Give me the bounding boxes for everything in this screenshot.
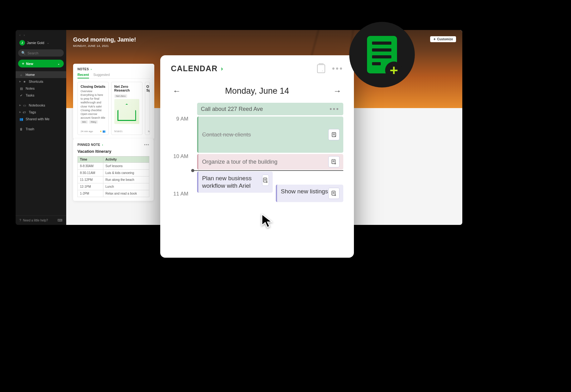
document-icon: + xyxy=(367,36,397,73)
search-icon: 🔍 xyxy=(21,51,26,55)
note-card[interactable]: Closing Details Overview Everything is h… xyxy=(77,82,109,135)
note-card[interactable]: Net Zero Research Net Zero 5/18/21 xyxy=(111,82,142,135)
nav-trash[interactable]: 🗑 Trash xyxy=(16,126,66,132)
calendar-events: Call about 227 Reed Ave ••• Contact new … xyxy=(193,103,343,258)
table-row: 1-2PMRelax and read a book xyxy=(78,190,149,197)
cell: Lunch xyxy=(103,183,149,190)
table-header: Time xyxy=(78,156,103,163)
create-note-badge[interactable]: + xyxy=(349,22,415,87)
note-thumbnail xyxy=(114,99,139,124)
nav-home[interactable]: ⌂ Home xyxy=(16,71,66,78)
nav-notes[interactable]: ▤ Notes xyxy=(16,85,66,92)
note-chip: Riley xyxy=(89,120,98,124)
nav-shared[interactable]: 👥 Shared with Me xyxy=(16,116,66,122)
create-note-button[interactable] xyxy=(328,156,340,167)
chevron-right-icon[interactable]: › xyxy=(221,65,223,72)
nav-shortcuts[interactable]: ▶ ★ Shortcuts xyxy=(16,78,66,85)
star-icon: ★ xyxy=(100,130,102,133)
search-input[interactable] xyxy=(27,51,61,55)
keyboard-icon[interactable]: ⌨ xyxy=(57,218,62,222)
triangle-right-icon: ▶ xyxy=(19,111,21,113)
search-box[interactable]: 🔍 xyxy=(18,49,64,57)
event-block[interactable]: Show new listings xyxy=(276,185,343,202)
table-row: 12-1PMLunch xyxy=(78,183,149,190)
note-card-preview: Overview Everything is here to prep for … xyxy=(81,89,106,119)
current-time-line xyxy=(193,170,343,171)
avatar: J xyxy=(19,40,25,46)
cell: Luis & kids canoeing xyxy=(103,170,149,176)
back-button[interactable]: ‹ xyxy=(19,33,21,37)
user-name-label: Jamie Gold xyxy=(27,41,44,45)
table-row: 8-8:30AMSurf lessons xyxy=(78,163,149,170)
tag-icon: 🏷 xyxy=(22,111,26,114)
event-block[interactable]: Plan new business workflow with Ariel xyxy=(197,171,273,193)
triangle-right-icon: ▶ xyxy=(19,104,21,107)
event-more-button[interactable]: ••• xyxy=(330,105,340,113)
nav-notebooks-label: Notebooks xyxy=(29,103,45,107)
calendar-more-button[interactable]: ••• xyxy=(332,67,343,71)
event-block[interactable]: Organize a tour of the building xyxy=(197,154,343,170)
history-nav: ‹ › xyxy=(16,30,66,39)
cell: Surf lessons xyxy=(103,163,149,170)
event-label: Contact new clients xyxy=(202,131,251,138)
note-icon: ▤ xyxy=(19,87,23,90)
create-note-button[interactable] xyxy=(328,188,340,199)
nav-tags[interactable]: ▶ 🏷 Tags xyxy=(16,109,66,116)
nav-tasks[interactable]: ✔ Tasks xyxy=(16,92,66,99)
prev-day-button[interactable]: ← xyxy=(173,86,181,96)
calendar-panel: CALENDAR › ••• ← Monday, June 14 → 9 AM … xyxy=(160,55,354,258)
widget-more-button[interactable]: ••• xyxy=(144,142,149,147)
create-note-button[interactable] xyxy=(262,175,269,186)
event-allday[interactable]: Call about 227 Reed Ave ••• xyxy=(197,103,343,115)
hour-labels: 9 AM 10 AM 11 AM xyxy=(171,103,193,258)
customize-button[interactable]: ✦ Customize xyxy=(430,36,456,42)
note-card-partial[interactable]: O Sp 9/ xyxy=(145,82,150,135)
pinned-note-widget: PINNED NOTE › ••• Vacation Itinerary Tim… xyxy=(73,139,154,201)
new-button[interactable]: + New ⌄ xyxy=(18,60,64,67)
note-card-title: O Sp xyxy=(146,85,149,92)
calendar-title: CALENDAR xyxy=(171,64,218,73)
nav-home-label: Home xyxy=(26,73,35,77)
nav-notebooks[interactable]: ▶ ▭ Notebooks xyxy=(16,102,66,109)
nav-tasks-label: Tasks xyxy=(26,93,34,97)
tab-suggested[interactable]: Suggested xyxy=(93,73,110,78)
calendar-date-nav: ← Monday, June 14 → xyxy=(171,86,343,96)
check-circle-icon: ✔ xyxy=(19,94,23,97)
trash-icon: 🗑 xyxy=(19,127,23,131)
notes-tabs: Recent Suggested xyxy=(77,73,150,79)
share-icon: 👥 xyxy=(102,130,106,133)
chevron-right-icon[interactable]: › xyxy=(91,68,92,71)
svg-rect-3 xyxy=(332,160,335,164)
chevron-right-icon[interactable]: › xyxy=(102,143,103,146)
pinned-note-title: Vacation Itinerary xyxy=(77,149,149,154)
nav-shortcuts-label: Shortcuts xyxy=(29,80,43,83)
table-row: 8:30-11AMLuis & kids canoeing xyxy=(78,170,149,176)
event-label: Show new listings xyxy=(281,188,328,195)
cell: 1-2PM xyxy=(78,190,103,197)
note-card-timestamp: 24 min ago xyxy=(81,130,93,133)
open-note-button[interactable] xyxy=(328,129,340,140)
today-button[interactable] xyxy=(317,64,325,73)
hour-label: 11 AM xyxy=(171,191,193,228)
plus-icon: + xyxy=(22,62,24,66)
notebook-icon: ▭ xyxy=(22,104,26,107)
forward-button[interactable]: › xyxy=(24,33,25,37)
cell: 8:30-11AM xyxy=(78,170,103,176)
nav-shared-label: Shared with Me xyxy=(26,117,49,121)
cell: 11-12PM xyxy=(78,176,103,183)
event-block[interactable]: Contact new clients xyxy=(197,117,343,153)
tab-recent[interactable]: Recent xyxy=(77,73,89,78)
sidebar: ‹ › J Jamie Gold ⌄ 🔍 + New ⌄ ⌂ Home ▶ ★ … xyxy=(16,30,66,225)
hour-label: 9 AM xyxy=(171,116,193,153)
user-menu[interactable]: J Jamie Gold ⌄ xyxy=(16,39,66,48)
customize-label: Customize xyxy=(437,37,453,41)
help-row[interactable]: ? Need a little help? ⌨ xyxy=(16,216,66,225)
nav-trash-label: Trash xyxy=(26,127,34,131)
cell: Run along the beach xyxy=(103,176,149,183)
cell: Relax and read a book xyxy=(103,190,149,197)
cell: 12-1PM xyxy=(78,183,103,190)
note-card-timestamp: 9/ xyxy=(148,130,150,133)
next-day-button[interactable]: → xyxy=(333,86,341,96)
help-label: Need a little help? xyxy=(23,219,48,222)
event-label: Organize a tour of the building xyxy=(202,159,277,165)
